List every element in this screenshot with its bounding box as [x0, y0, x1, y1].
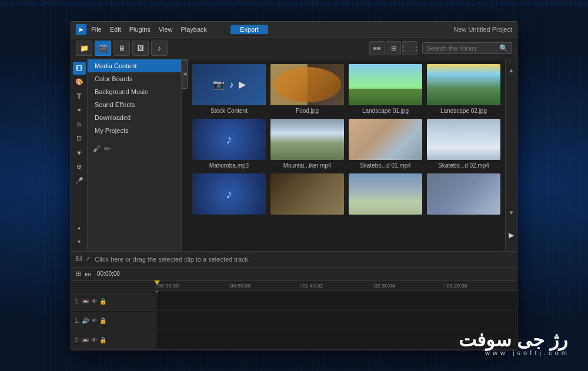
timeline-grid-icon[interactable]: ⊞ [76, 270, 81, 278]
media-item-skate02[interactable]: Skatebo...d 02.mp4 [427, 119, 500, 169]
music-button[interactable]: ♪ [151, 41, 168, 56]
menu-playback[interactable]: Playback [181, 26, 207, 33]
media-item-row3b[interactable] [270, 173, 344, 217]
video-button[interactable]: 🎬 [95, 41, 111, 56]
menu-edit[interactable]: Edit [110, 26, 121, 33]
track-row-1: 1. 📼 👁 🔒 [71, 292, 517, 311]
sidebar-icons: 🎞 🎨 T ✦ fx ⊡ ▼ ⊕ 🎤 ▲ ▼ [71, 59, 88, 251]
thumb-landscape02 [427, 64, 500, 105]
search-box[interactable]: 🔍 [422, 42, 512, 54]
audio-track-icon: 🔊 [82, 317, 89, 324]
library-item-sound-effects[interactable]: Sound Effects [88, 98, 181, 111]
track-header-1: 1. 📼 👁 🔒 [71, 292, 156, 310]
title-bar: ▶ File Edit Plugins View Playback Export… [71, 22, 517, 38]
sidebar-icon-mic[interactable]: 🎤 [73, 175, 86, 188]
sidebar-icon-text[interactable]: T [73, 90, 86, 103]
timeline-controls: ⊞ ⏭ 00:00;00 [71, 268, 517, 282]
image-button[interactable]: 🖼 [132, 41, 149, 56]
track-area-2[interactable] [156, 312, 517, 330]
media-item-row3c[interactable] [349, 173, 422, 217]
sidebar-icon-down[interactable]: ▼ [73, 236, 86, 249]
library-item-my-projects[interactable]: My Projects [88, 124, 181, 137]
library-item-media-content[interactable]: Media Content [88, 59, 181, 72]
thumb-stock: 📷 ♪ ▶ [192, 64, 266, 105]
lock-icon-3[interactable]: 🔒 [99, 337, 106, 343]
media-item-row3d[interactable] [427, 173, 500, 217]
timeline-ruler: 00:00;00 00:50;00 01:40;02 02:30;04 03:2… [71, 281, 517, 291]
right-up-button[interactable]: ▲ [507, 62, 516, 79]
thumb-mountain [270, 119, 344, 160]
paint-icon[interactable]: 🖌 [92, 144, 101, 153]
pen-icon[interactable]: ✏ [104, 144, 111, 153]
timeline-skip-icon[interactable]: ⏭ [85, 270, 91, 278]
sidebar-icon-fx[interactable]: fx [73, 118, 86, 131]
play-preview-button[interactable]: ▶ [507, 226, 516, 244]
sidebar-icon-zoom[interactable]: ⊕ [73, 161, 86, 173]
sidebar-icon-up[interactable]: ▲ [73, 222, 86, 235]
audio-icon: ♪ [226, 132, 232, 147]
search-icon: 🔍 [499, 44, 508, 52]
monitor-button[interactable]: 🖥 [113, 41, 130, 56]
sidebar-icon-effect[interactable]: ✦ [73, 104, 86, 117]
eye-icon-3[interactable]: 👁 [91, 337, 97, 343]
eye-icon-1[interactable]: 👁 [91, 298, 97, 305]
sidebar-icon-media[interactable]: 🎞 [73, 62, 86, 75]
menu-file[interactable]: File [91, 26, 102, 33]
project-name: New Untitled Project [453, 26, 512, 33]
tile-view-button[interactable]: ⋮⋮⋮ [402, 41, 417, 55]
media-label-landscape02: Landscape 02.jpg [427, 108, 500, 114]
lock-icon-1[interactable]: 🔒 [99, 298, 106, 305]
library-item-color-boards[interactable]: Color Boards [88, 72, 181, 85]
note-icon: ♪ [229, 79, 234, 90]
ruler-marks: 00:00;00 00:50;00 01:40;02 02:30;04 03:2… [156, 283, 517, 289]
sidebar-icon-filter[interactable]: ▼ [73, 146, 86, 159]
view-buttons: ≡≡ ⊞ ⋮⋮⋮ [369, 41, 417, 55]
drag-bar: 🎞 ↗ Click here or drag the selected clip… [71, 251, 517, 268]
library-tools: 🖌 ✏ [88, 139, 181, 158]
search-input[interactable] [426, 45, 497, 52]
eye-icon-2[interactable]: 👁 [91, 317, 97, 324]
main-content: 🎞 🎨 T ✦ fx ⊡ ▼ ⊕ 🎤 ▲ ▼ Media Content Col… [71, 59, 517, 251]
right-down-button[interactable]: ▼ [507, 204, 516, 222]
lock-icon-2[interactable]: 🔒 [99, 317, 106, 324]
media-item-mahoroba[interactable]: ♪ Mahoroba.mp3 [192, 119, 266, 169]
track-area-3[interactable] [156, 331, 517, 349]
media-item-landscape01[interactable]: Landscape 01.jpg [349, 64, 422, 114]
media-label-stock: Stock Content [192, 108, 266, 114]
list-view-button[interactable]: ≡≡ [369, 41, 385, 55]
media-item-mountain[interactable]: Mountai...iker.mp4 [270, 119, 344, 169]
panel-collapse-button[interactable]: ◀ [182, 59, 188, 89]
sidebar-icon-sticker[interactable]: ⊡ [73, 132, 86, 145]
track-number-1: 1. [75, 298, 79, 305]
timeline: ⊞ ⏭ 00:00;00 00:00;00 00:50;00 01:40;02 … [71, 268, 517, 350]
track-header-2: 1. 🔊 👁 🔒 [71, 312, 156, 330]
thumb-food [270, 64, 344, 105]
folder-button[interactable]: 📁 [76, 41, 92, 56]
media-item-landscape02[interactable]: Landscape 02.jpg [427, 64, 500, 114]
play-icon: ▶ [239, 79, 246, 90]
library-item-background-music[interactable]: Background Music [88, 85, 181, 98]
video-track-icon-3: 📼 [82, 337, 89, 343]
media-item-food[interactable]: Food.jpg [270, 64, 344, 114]
track-area-1[interactable] [156, 292, 517, 310]
media-grid: 📷 ♪ ▶ Stock Content Food.jpg [188, 59, 505, 251]
thumb-row3c [349, 173, 422, 215]
menu-view[interactable]: View [159, 26, 173, 33]
audio2-icon: ♪ [226, 186, 232, 202]
track-row-2: 1. 🔊 👁 🔒 [71, 312, 517, 330]
sidebar-icon-color[interactable]: 🎨 [73, 76, 86, 89]
menu-bar: File Edit Plugins View Playback [91, 26, 207, 33]
media-label-mountain: Mountai...iker.mp4 [270, 162, 344, 169]
menu-plugins[interactable]: Plugins [129, 26, 151, 33]
grid-view-button[interactable]: ⊞ [386, 41, 401, 55]
ruler-mark-1: 00:50;00 [229, 283, 301, 289]
track-number-3: 2. [75, 337, 79, 343]
main-toolbar: 📁 🎬 🖥 🖼 ♪ ≡≡ ⊞ ⋮⋮⋮ 🔍 [71, 38, 517, 59]
library-item-downloaded[interactable]: Downloaded [88, 111, 181, 124]
media-item-skate01[interactable]: Skatebo...d 01.mp4 [349, 119, 422, 169]
media-item-row3a[interactable]: ♪ [192, 173, 266, 217]
media-item-stock[interactable]: 📷 ♪ ▶ Stock Content [192, 64, 266, 114]
track-row-3: 2. 📼 👁 🔒 [71, 331, 517, 350]
thumb-row3a: ♪ [192, 173, 266, 215]
export-button[interactable]: Export [230, 25, 268, 34]
